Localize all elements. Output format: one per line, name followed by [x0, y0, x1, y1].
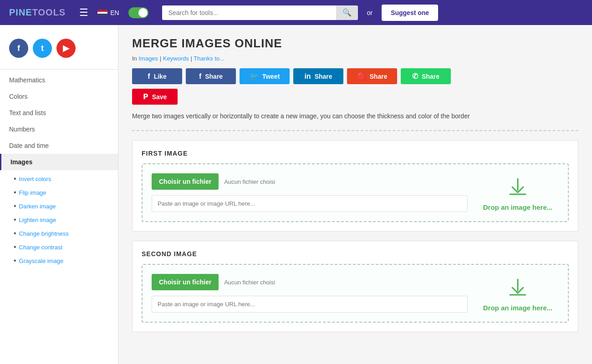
sidebar-facebook-icon[interactable]: f [9, 39, 28, 58]
sidebar-sub-change-contrast[interactable]: Change contrast [0, 240, 118, 254]
header: PINETOOLS ☰ EN 🔍 or Suggest one [0, 0, 592, 25]
reddit-share-button[interactable]: 🔴 Share [347, 68, 397, 84]
description: Merge two images vertically or horizonta… [132, 111, 578, 121]
sidebar-sub-invert-colors[interactable]: Invert colors [0, 172, 118, 186]
theme-toggle[interactable] [128, 7, 148, 18]
sidebar-item-colors[interactable]: Colors [0, 88, 118, 105]
second-image-drop-text: Drop an image here... [483, 304, 553, 312]
search-button[interactable]: 🔍 [336, 5, 358, 20]
language-selector[interactable]: EN [97, 9, 119, 16]
first-image-file-status: Aucun fichier choisi [224, 178, 275, 185]
breadcrumb-prefix: In [132, 55, 137, 62]
second-image-upload-left: Choisir un fichier Aucun fichier choisi [152, 274, 468, 313]
breadcrumb-keywords[interactable]: Keywords [163, 55, 189, 62]
whatsapp-label: Share [422, 73, 439, 80]
sidebar-twitter-icon[interactable]: t [33, 39, 52, 58]
first-image-upload-area: Choisir un fichier Aucun fichier choisi … [142, 163, 569, 222]
first-image-url-input[interactable] [152, 195, 468, 212]
linkedin-share-button[interactable]: in Share [293, 68, 343, 84]
fb-share-label: Share [205, 73, 223, 80]
sidebar-divider [0, 69, 118, 70]
logo: PINETOOLS [9, 7, 66, 18]
sidebar-sub-items: Invert colors Flip image Darken image Li… [0, 170, 118, 269]
sidebar-item-images[interactable]: Images [0, 154, 118, 170]
layout: f t ▶ Mathematics Colors Text and lists … [0, 25, 592, 364]
facebook-share-icon: f [199, 72, 201, 81]
like-button[interactable]: f Like [132, 68, 182, 84]
facebook-like-icon: f [148, 72, 150, 81]
sidebar-youtube-icon[interactable]: ▶ [56, 39, 76, 58]
pinterest-save-button[interactable]: 𝗣 Save [132, 89, 178, 105]
section-divider [132, 130, 578, 131]
sidebar: f t ▶ Mathematics Colors Text and lists … [0, 25, 118, 364]
whatsapp-share-button[interactable]: ✆ Share [401, 68, 451, 84]
first-image-drop-text: Drop an image here... [483, 203, 553, 211]
second-image-choose-btn[interactable]: Choisir un fichier [152, 274, 219, 290]
sidebar-sub-darken-image[interactable]: Darken image [0, 199, 118, 213]
page-title: MERGE IMAGES ONLINE [132, 36, 578, 51]
second-image-drop-icon [506, 275, 529, 300]
share-buttons: f Like f Share 🐦 Tweet in Share 🔴 Share … [132, 68, 578, 84]
facebook-share-button[interactable]: f Share [186, 68, 236, 84]
main-content: MERGE IMAGES ONLINE In Images | Keywords… [118, 25, 592, 364]
like-label: Like [154, 73, 167, 80]
linkedin-label: Share [315, 73, 332, 80]
sidebar-sub-flip-image[interactable]: Flip image [0, 186, 118, 199]
second-image-file-row: Choisir un fichier Aucun fichier choisi [152, 274, 468, 290]
breadcrumb-images[interactable]: Images [138, 55, 158, 62]
second-image-section: SECOND IMAGE Choisir un fichier Aucun fi… [132, 241, 578, 332]
search-bar: 🔍 [162, 5, 358, 20]
first-image-drop-zone[interactable]: Drop an image here... [477, 174, 559, 211]
second-image-url-input[interactable] [152, 296, 468, 313]
suggest-button[interactable]: Suggest one [382, 5, 438, 21]
breadcrumb-thanks[interactable]: Thanks to... [194, 55, 225, 62]
search-input[interactable] [162, 5, 336, 20]
sidebar-item-mathematics[interactable]: Mathematics [0, 72, 118, 88]
sidebar-item-date-time[interactable]: Date and time [0, 137, 118, 154]
reddit-icon: 🔴 [357, 72, 366, 81]
first-image-file-row: Choisir un fichier Aucun fichier choisi [152, 173, 468, 190]
first-image-section: FIRST IMAGE Choisir un fichier Aucun fic… [132, 140, 578, 232]
first-image-upload-left: Choisir un fichier Aucun fichier choisi [152, 173, 468, 212]
sidebar-sub-change-brightness[interactable]: Change brightness [0, 227, 118, 240]
second-image-file-status: Aucun fichier choisi [224, 279, 275, 286]
reddit-label: Share [370, 73, 388, 80]
sidebar-sub-grayscale-image[interactable]: Grayscale image [0, 254, 118, 268]
second-image-upload-area: Choisir un fichier Aucun fichier choisi … [142, 264, 569, 323]
linkedin-icon: in [304, 72, 311, 81]
whatsapp-icon: ✆ [412, 72, 418, 81]
menu-icon[interactable]: ☰ [79, 7, 88, 19]
twitter-icon: 🐦 [250, 72, 259, 81]
tweet-button[interactable]: 🐦 Tweet [240, 68, 290, 84]
sidebar-social-icons: f t ▶ [0, 34, 118, 67]
language-label: EN [110, 9, 119, 16]
second-image-title: SECOND IMAGE [142, 250, 569, 258]
sidebar-sub-lighten-image[interactable]: Lighten image [0, 213, 118, 227]
first-image-choose-btn[interactable]: Choisir un fichier [152, 173, 219, 190]
first-image-drop-icon [506, 174, 529, 200]
first-image-title: FIRST IMAGE [142, 150, 569, 157]
sidebar-item-numbers[interactable]: Numbers [0, 121, 118, 137]
second-image-drop-zone[interactable]: Drop an image here... [477, 275, 559, 312]
sidebar-item-text-lists[interactable]: Text and lists [0, 105, 118, 121]
pinterest-label: Save [152, 93, 167, 101]
flag-icon [97, 10, 107, 16]
pinterest-icon: 𝗣 [143, 92, 148, 101]
breadcrumb: In Images | Keywords | Thanks to... [132, 55, 578, 62]
tweet-label: Tweet [262, 73, 280, 80]
or-label: or [367, 9, 373, 16]
